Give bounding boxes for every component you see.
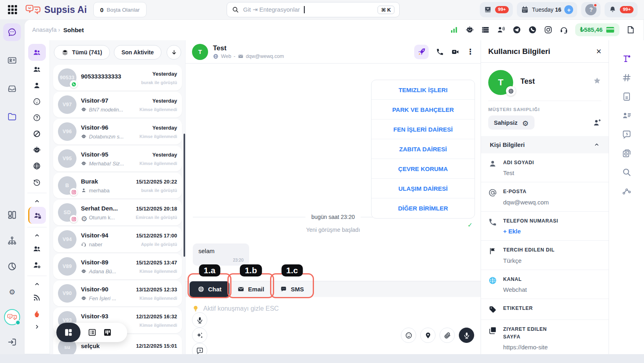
search-tab-icon[interactable] xyxy=(622,167,632,177)
all-visitors-icon[interactable] xyxy=(28,44,46,61)
video-call-icon[interactable] xyxy=(451,48,459,56)
whatsapp-icon[interactable] xyxy=(528,25,537,34)
field-value[interactable]: Test xyxy=(503,169,534,176)
close-icon[interactable]: × xyxy=(596,47,601,56)
balance-pill[interactable]: ₺585,46 xyxy=(575,23,619,36)
contact-details-tab-icon[interactable] xyxy=(622,111,632,120)
emoji-picker-icon[interactable] xyxy=(401,328,416,343)
stats-icon[interactable] xyxy=(450,25,458,34)
collapse-group-icon[interactable] xyxy=(28,231,46,240)
rail-divider[interactable] xyxy=(27,193,47,193)
more-options-icon[interactable]: ⋮ xyxy=(466,48,474,56)
rail-divider[interactable] xyxy=(27,276,47,276)
inbox-nav-icon[interactable] xyxy=(3,80,21,97)
support-headset-icon[interactable] xyxy=(559,25,568,34)
folder-nav-icon[interactable] xyxy=(3,108,21,126)
kanban-view-icon[interactable] xyxy=(103,328,112,337)
pending-icon[interactable] xyxy=(28,110,46,125)
activity-graph-tab-icon[interactable] xyxy=(622,186,632,196)
bot-option-button[interactable]: ULAŞIM DAİRESİ xyxy=(372,179,475,198)
bot-option-button[interactable]: PARK VE BAHÇELER xyxy=(372,100,475,120)
agent-voice-icon[interactable] xyxy=(497,25,506,34)
blocked-icon[interactable] xyxy=(28,126,46,141)
field-value[interactable]: + Ekle xyxy=(503,228,558,235)
field-value[interactable]: dqw@wewq.com xyxy=(503,199,549,206)
card-view-icon[interactable] xyxy=(56,323,80,342)
bot-option-button[interactable]: ZABITA DAİRESİ xyxy=(372,139,475,159)
web-visitors-icon[interactable] xyxy=(28,158,46,173)
global-search-input[interactable]: Git ⇥ Entegrasyonlar ⌘ K xyxy=(227,2,400,17)
chat-list-item[interactable]: 90533 905333333333 xyxy=(53,65,182,91)
team-chats-icon[interactable] xyxy=(28,62,46,77)
attachment-icon[interactable] xyxy=(440,328,455,343)
media-tab-icon[interactable] xyxy=(622,148,632,158)
brand-logo[interactable]: Supsis Ai xyxy=(25,4,87,15)
sort-button[interactable]: Son Aktivite xyxy=(114,45,161,60)
logout-icon[interactable] xyxy=(3,333,21,351)
collapse-group-icon[interactable] xyxy=(28,196,46,206)
agent-avatar[interactable] xyxy=(4,309,20,325)
field-value[interactable]: Webchat xyxy=(503,286,527,293)
breadcrumb-home[interactable]: Anasayfa › xyxy=(32,27,60,33)
agent-settings-icon[interactable] xyxy=(28,257,46,272)
new-window-icon[interactable] xyxy=(626,25,635,34)
notes-tab-icon[interactable] xyxy=(622,92,632,101)
rail-divider[interactable] xyxy=(27,227,47,227)
queue-icon[interactable] xyxy=(481,25,490,34)
favorite-star-icon[interactable] xyxy=(593,76,601,85)
bot-option-button[interactable]: ÇEVRE KORUMA xyxy=(372,159,475,179)
unattended-icon[interactable] xyxy=(28,94,46,109)
help-button[interactable]: ? xyxy=(581,2,601,17)
filter-all-button[interactable]: Tümü (741) xyxy=(54,45,110,60)
settings-nav-icon[interactable]: ⚙ xyxy=(3,283,21,301)
boost-button[interactable] xyxy=(414,45,429,59)
bot-chats-icon[interactable] xyxy=(28,142,46,157)
ai-assist-icon[interactable] xyxy=(192,328,207,343)
calendar-button[interactable]: Tuesday 16 + xyxy=(517,2,578,17)
list-view-icon[interactable] xyxy=(88,328,97,337)
chat-list-item[interactable]: V94 Visitor-94 naber xyxy=(53,227,182,252)
channel-tab[interactable]: Chat xyxy=(190,281,229,297)
contact-info-section[interactable]: Kişi Bilgileri xyxy=(481,136,609,153)
inbox-tray-button[interactable]: 99+ xyxy=(480,2,513,17)
chat-list-item[interactable]: V90 Visitor-90 Fen İşleri ... xyxy=(53,280,182,306)
bot-option-button[interactable]: FEN İŞLERİ DAİRESİ xyxy=(372,120,475,139)
channel-tab[interactable]: Email xyxy=(229,281,272,297)
history-icon[interactable] xyxy=(28,174,46,190)
sort-direction-button[interactable] xyxy=(167,45,181,60)
hot-leads-icon[interactable] xyxy=(28,306,46,321)
add-event-button[interactable]: + xyxy=(564,5,573,14)
departments-nav-icon[interactable] xyxy=(3,232,21,250)
quick-replies-tab-icon[interactable] xyxy=(622,130,632,139)
feed-icon[interactable] xyxy=(28,290,46,305)
call-icon[interactable] xyxy=(436,48,444,56)
channel-tab[interactable]: SMS xyxy=(272,281,312,297)
field-value[interactable]: https://demo-site xyxy=(503,344,564,351)
quick-reply-icon[interactable] xyxy=(192,343,207,354)
private-chats-icon[interactable] xyxy=(28,207,46,224)
chat-list-item[interactable]: V95 Visitor-95 Merhaba! Siz... xyxy=(53,146,182,171)
contacts-nav-icon[interactable] xyxy=(3,52,21,69)
expand-rail-icon[interactable] xyxy=(28,322,46,332)
chat-list-item[interactable]: V97 Visitor-97 BN7 modelin... xyxy=(53,92,182,118)
apps-grid-icon[interactable] xyxy=(6,4,19,16)
notifications-button[interactable]: 99+ xyxy=(605,2,638,17)
location-icon[interactable] xyxy=(420,328,436,343)
field-value[interactable]: Türkçe xyxy=(503,257,555,264)
dashboard-nav-icon[interactable] xyxy=(3,206,21,224)
bot-option-button[interactable]: DİĞER BİRİMLER xyxy=(372,198,475,218)
record-audio-icon[interactable] xyxy=(459,328,474,343)
groups-icon[interactable] xyxy=(28,241,46,256)
chat-list-item[interactable]: SD Serhat Den... ⚙ Oturum k... xyxy=(53,200,182,225)
chat-list-item[interactable]: B Burak merhaba 15/1 xyxy=(53,173,182,198)
instagram-icon[interactable] xyxy=(544,25,553,34)
bot-option-button[interactable]: TEMIZLIK İŞLERI xyxy=(372,80,475,100)
custom-fields-tab-icon[interactable] xyxy=(622,54,632,64)
chat-list-item[interactable]: V89 Visitor-89 Adana Bü... xyxy=(53,254,182,279)
tags-tab-icon[interactable] xyxy=(622,73,632,82)
bot-status-icon[interactable] xyxy=(465,25,474,34)
voice-note-icon[interactable] xyxy=(192,312,207,328)
chat-list-item[interactable]: V96 Visitor-96 Dolabınızın s... xyxy=(53,119,182,144)
chat-nav-icon[interactable] xyxy=(3,23,21,41)
reports-nav-icon[interactable] xyxy=(3,258,21,275)
